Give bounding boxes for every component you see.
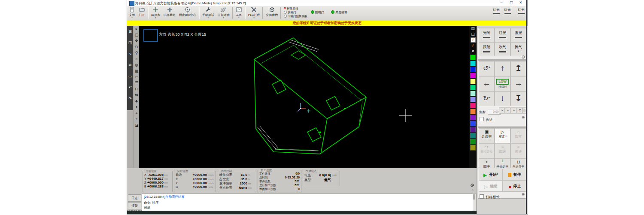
dry-run-button[interactable]: ▷空走* — [495, 128, 510, 143]
layer-checkbox-icon[interactable]: ✓ — [471, 37, 476, 43]
focus-go-button[interactable]: > — [499, 108, 505, 114]
layer-color-swatch[interactable] — [470, 73, 476, 78]
rect-icon[interactable]: ▭ — [134, 74, 140, 80]
stack-icon[interactable]: ▤ — [469, 26, 477, 31]
undo-icon[interactable]: ↶ — [127, 82, 133, 93]
waste-door-toggle[interactable]: 废料门 — [284, 10, 307, 14]
marquee-icon[interactable]: ▢ — [134, 32, 140, 38]
laser-button[interactable]: 激光 — [510, 28, 526, 42]
speed-toggle-button[interactable]: LOW HIGH — [495, 76, 510, 91]
layer-color-swatch[interactable] — [470, 79, 476, 84]
follow-button[interactable]: 跟随 — [479, 42, 495, 56]
layer-color-swatch[interactable] — [470, 55, 476, 60]
white-x-icon[interactable]: × — [469, 49, 477, 54]
toolbar-global-params[interactable]: 全局参数 — [264, 6, 279, 20]
toolbar-open[interactable]: 打开 — [137, 6, 146, 20]
toolbar-file[interactable]: 文件 ▾ — [128, 6, 137, 20]
redo-icon[interactable]: ↷ — [127, 93, 133, 104]
red-light-button-1[interactable]: 红光 — [491, 8, 501, 14]
toolbar-plc-process[interactable]: PLC过程 ▾ — [247, 6, 261, 20]
eye-icon[interactable]: ⊙ — [134, 44, 140, 50]
pan-icon[interactable]: ✥ — [134, 38, 140, 44]
zoom-icon[interactable]: ⚲ — [134, 50, 140, 56]
return-zero-button[interactable]: ⌂回零 — [510, 128, 526, 143]
layer-color-swatch[interactable] — [470, 91, 476, 96]
collapse-chevron-icon[interactable]: ^ — [470, 189, 475, 192]
eraser-icon[interactable]: ◪ — [134, 122, 140, 128]
list-icon[interactable]: ☰ — [134, 80, 140, 86]
gas-type-button[interactable]: 氮气 ▼ — [510, 42, 526, 56]
close-button[interactable]: ✕ — [517, 0, 525, 6]
grid-icon[interactable]: ⊞ — [127, 26, 133, 37]
minimize-button[interactable]: – — [498, 0, 505, 6]
center-icon[interactable]: ⌖ — [134, 110, 140, 116]
toolbar-b-axis-center[interactable]: 标定B轴中心 — [178, 6, 197, 20]
layer-color-swatch[interactable] — [470, 139, 476, 144]
z-down-button[interactable]: ↧ — [510, 91, 526, 106]
pointer-icon[interactable]: ▸ — [134, 26, 140, 32]
log-tab[interactable]: 日志 — [128, 194, 141, 202]
toolbar-home-origin[interactable]: 回原点 ▾ — [150, 6, 161, 20]
log-scrollbar[interactable] — [473, 194, 477, 212]
gear-icon[interactable] — [522, 116, 526, 120]
log-content[interactable]: [08/12 15:59:4]自动流程结束 命令: 排序 完成 — [142, 194, 473, 212]
maximize-button[interactable]: ▢ — [507, 0, 515, 6]
layer-color-swatch[interactable] — [470, 67, 476, 72]
cad-canvas[interactable]: 方管 边长30 X R2 X 长度15 — [139, 26, 469, 168]
trace-frame-button[interactable]: ▣走边框 — [479, 128, 495, 143]
circle-icon[interactable]: ○ — [134, 56, 140, 62]
blow-gas-button[interactable]: 吹气 — [495, 42, 510, 56]
stop-button[interactable]: ■ 停止 — [503, 180, 527, 192]
rotate-minus-button[interactable]: ↻− — [479, 91, 495, 106]
layer-color-swatch[interactable] — [470, 127, 476, 132]
resume-button[interactable]: ▷ 继续 — [479, 180, 503, 192]
clear-alarm-button[interactable]: × 解除警报 — [284, 6, 307, 10]
toolbar-capacitance-calibration[interactable]: 电容标定 — [162, 6, 177, 20]
red-light-button-3[interactable]: 红光 — [516, 8, 526, 14]
shutter-button[interactable]: 光闸 — [479, 28, 495, 42]
box-icon[interactable]: ⧠ — [134, 86, 140, 92]
orange-check-icon[interactable]: ✓ — [469, 43, 477, 49]
z-up-button[interactable]: ↥ — [510, 61, 526, 76]
layers-icon[interactable]: ⧉ — [127, 59, 133, 71]
frame-icon[interactable]: ▭ — [127, 71, 133, 82]
jog-down-button[interactable]: ↓ — [495, 91, 510, 106]
layer-color-swatch[interactable] — [470, 103, 476, 108]
layer-color-swatch[interactable] — [470, 109, 476, 114]
layer-color-swatch[interactable] — [470, 97, 476, 102]
snap-icon[interactable]: ⁘ — [134, 116, 140, 122]
red-light-button-2[interactable]: 红光 — [502, 8, 513, 14]
layer-color-swatch[interactable] — [470, 115, 476, 120]
focus-minus-button[interactable]: − — [505, 108, 511, 114]
sample-mode-checkbox[interactable] — [480, 194, 484, 199]
image-icon[interactable]: ▦ — [134, 68, 140, 74]
drop-icon[interactable]: ⬥ — [134, 98, 140, 104]
unload-door-toggle[interactable]: 下料门报警屏蔽 — [284, 14, 307, 18]
jog-right-button[interactable]: → — [510, 76, 526, 91]
step-back-button[interactable]: «回退 — [495, 143, 510, 158]
red-light-button[interactable]: 红光 — [495, 28, 510, 42]
focus-plus-button[interactable]: + — [511, 108, 517, 114]
jog-up-button[interactable]: ↑ — [495, 61, 510, 76]
step-checkbox[interactable] — [480, 117, 484, 121]
layer-color-swatch[interactable] — [470, 121, 476, 126]
layer-color-swatch[interactable] — [470, 133, 476, 138]
cube-icon[interactable]: ◫ — [127, 37, 133, 48]
gear-icon[interactable] — [521, 55, 525, 59]
swap-icon[interactable]: ⇆ — [134, 92, 140, 98]
toolbar-tools[interactable]: 工具 ▾ — [234, 6, 243, 20]
clamp-icon[interactable]: ◫ — [469, 31, 477, 37]
layer-color-swatch[interactable] — [470, 145, 476, 150]
layer-color-swatch[interactable] — [470, 85, 476, 90]
alarm-tab[interactable]: 报警 — [128, 202, 141, 209]
rotate-plus-button[interactable]: ↺+ — [479, 61, 495, 76]
curve-icon[interactable]: ∿ — [127, 48, 133, 59]
toolbar-manual-debug[interactable]: 手动调试 ▾ — [201, 6, 216, 20]
layer-color-swatch[interactable] — [470, 61, 476, 66]
pause-button[interactable]: 暂停 — [503, 169, 527, 180]
jog-left-button[interactable]: ← — [479, 76, 495, 91]
breakpoint-locate-button[interactable]: ↪断点定位 — [479, 143, 495, 158]
step-forward-button[interactable]: »前进 — [510, 143, 526, 158]
fill-icon[interactable]: ◍ — [134, 62, 140, 68]
toolbar-bracket-follow[interactable]: 支架随动 ▾ — [216, 6, 231, 20]
